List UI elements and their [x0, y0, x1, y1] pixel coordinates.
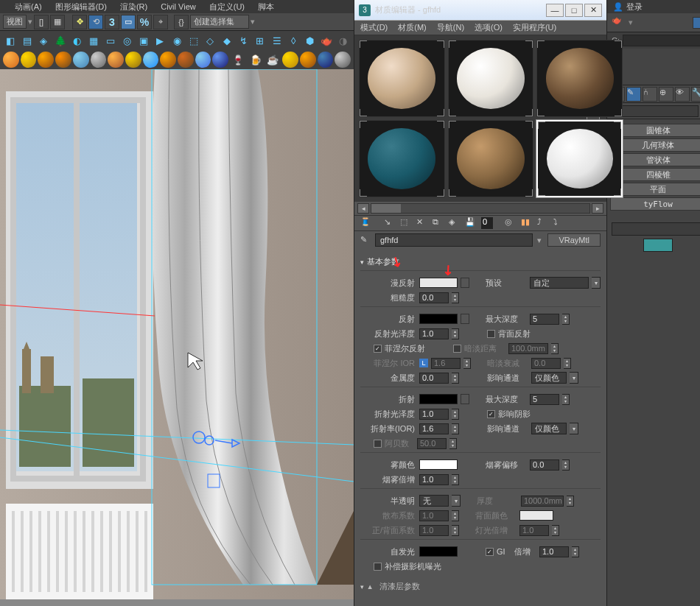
shelf-icon[interactable]: ▦ — [86, 32, 102, 49]
motion-tab-icon[interactable]: ⊕ — [659, 87, 673, 102]
spinner-arrows[interactable]: ▴▾ — [452, 328, 459, 339]
section-coat[interactable]: ▸ 清漆层参数 — [360, 581, 601, 592]
shelf-icon[interactable]: ↯ — [236, 32, 251, 49]
panel-toggle-icon[interactable] — [693, 17, 700, 29]
dropdown-arrow-icon[interactable]: ▾ — [570, 423, 578, 434]
shelf-icon[interactable]: ⊞ — [253, 32, 268, 49]
shelf-icon[interactable]: ▤ — [20, 32, 35, 49]
self-illum-mult-spinner[interactable]: 1.0 — [539, 546, 569, 557]
spinner-arrows[interactable]: ▴▾ — [452, 292, 459, 303]
shelf-icon[interactable]: ◊ — [286, 32, 301, 49]
orb-icon[interactable] — [21, 52, 37, 68]
orb-icon[interactable] — [143, 52, 159, 68]
spinner-arrows[interactable]: ▴▾ — [562, 314, 570, 325]
dropdown-arrow-icon[interactable]: ▾ — [570, 372, 578, 384]
material-slot-3[interactable] — [536, 40, 623, 117]
preset-dropdown[interactable]: 自定 — [530, 277, 589, 289]
modify-tab-icon[interactable]: ✎ — [626, 87, 641, 102]
material-slot-4[interactable] — [359, 120, 445, 197]
hierarchy-tab-icon[interactable]: ⑃ — [643, 87, 657, 102]
fog-color-swatch[interactable] — [419, 459, 458, 470]
section-basic-params[interactable]: 基本参数 — [360, 256, 601, 267]
translucency-dropdown[interactable]: 无 — [419, 495, 449, 507]
slot-scrollbar[interactable]: ◂ ▸ — [354, 202, 606, 215]
material-slot-2[interactable] — [448, 40, 534, 117]
coffee-icon[interactable]: ☕ — [265, 52, 281, 68]
scroll-left-icon[interactable]: ◂ — [357, 203, 369, 214]
scroll-track[interactable] — [371, 203, 590, 214]
orb-icon[interactable] — [38, 52, 54, 68]
shelf-icon[interactable]: ☰ — [269, 32, 284, 49]
object-type-button[interactable]: tyFlow — [610, 197, 700, 211]
mat-id-icon[interactable]: 0 — [481, 217, 493, 229]
shelf-teapot-icon[interactable]: 🫖 — [319, 32, 335, 49]
object-type-button[interactable]: 管状体 — [610, 153, 700, 166]
orb-icon[interactable] — [318, 52, 334, 68]
orb-icon[interactable] — [282, 52, 298, 68]
maximize-button[interactable]: □ — [565, 4, 583, 17]
refr-maxdepth-spinner[interactable]: 5 — [530, 394, 559, 405]
menu-civil-view[interactable]: Civil View — [161, 2, 195, 11]
category-dropdown[interactable] — [612, 105, 699, 117]
spinner-arrows[interactable]: ▴▾ — [562, 394, 570, 405]
menu-customize[interactable]: 自定义(U) — [209, 1, 245, 13]
orb-icon[interactable] — [3, 52, 19, 68]
put-to-lib-icon[interactable]: 💾 — [465, 217, 477, 229]
material-name-input[interactable]: gfhfd — [375, 233, 533, 247]
go-forward-icon[interactable]: ⤵ — [553, 217, 565, 229]
menu-mode[interactable]: 模式(D) — [360, 22, 388, 33]
self-illum-swatch[interactable] — [419, 546, 458, 557]
menu-script[interactable]: 脚本 — [258, 1, 274, 13]
name-field[interactable] — [612, 222, 700, 236]
scroll-right-icon[interactable]: ▸ — [592, 203, 603, 214]
lock-ior-icon[interactable]: L — [419, 359, 428, 367]
wine-icon[interactable]: 🍷 — [230, 52, 246, 68]
reflect-color-swatch[interactable] — [419, 314, 458, 324]
eyedropper-icon[interactable]: ✎ — [360, 235, 371, 245]
dropdown-arrow-icon[interactable]: ▾ — [452, 495, 461, 507]
metalness-spinner[interactable]: 0.0 — [419, 373, 449, 384]
view-label[interactable]: 视图 — [3, 15, 27, 29]
menu-render[interactable]: 渲染(R) — [120, 1, 147, 13]
material-editor-titlebar[interactable]: 3 材质编辑器 - gfhfd — □ ✕ — [354, 0, 606, 21]
show-map-icon[interactable]: ◎ — [505, 217, 517, 229]
refract-color-swatch[interactable] — [419, 394, 458, 404]
refract-glossy-spinner[interactable]: 1.0 — [419, 409, 449, 420]
right-path-input[interactable] — [623, 35, 700, 46]
shelf-tree-icon[interactable]: 🌲 — [53, 32, 69, 49]
orb-icon[interactable] — [125, 52, 141, 68]
affect-shadows-checkbox[interactable]: ✓ — [487, 410, 495, 418]
orb-icon[interactable] — [91, 52, 107, 68]
orb-icon[interactable] — [73, 52, 89, 68]
shelf-icon[interactable]: ◧ — [3, 32, 18, 49]
show-end-result-icon[interactable]: ▮▮ — [521, 217, 533, 229]
select-tool-icon[interactable]: ▭ — [121, 15, 136, 29]
roughness-spinner[interactable]: 0.0 — [419, 292, 449, 303]
fresnel-checkbox[interactable]: ✓ — [374, 345, 382, 353]
compensate-checkbox[interactable] — [374, 563, 382, 571]
object-color-swatch[interactable] — [643, 239, 673, 252]
scale-tool-icon[interactable]: 3 — [105, 15, 119, 29]
minimize-button[interactable]: — — [546, 4, 564, 17]
spinner-arrows[interactable]: ▴▾ — [452, 409, 459, 420]
orb-icon[interactable] — [108, 52, 124, 68]
login-label[interactable]: 登录 — [626, 1, 643, 13]
rotate-tool-icon[interactable]: ⟲ — [88, 15, 103, 29]
ior-spinner[interactable]: 1.6 — [419, 423, 449, 434]
shelf-icon[interactable]: ◑ — [336, 32, 351, 49]
beer-icon[interactable]: 🍺 — [248, 52, 264, 68]
move-tool-icon[interactable]: ✥ — [72, 15, 87, 29]
close-button[interactable]: ✕ — [584, 4, 602, 17]
utilities-tab-icon[interactable]: 🔧 — [691, 87, 700, 102]
material-slot-6-selected[interactable] — [536, 120, 623, 197]
refract-map-slot[interactable] — [461, 394, 469, 404]
dim-distance-checkbox[interactable] — [453, 345, 461, 353]
shelf-icon[interactable]: ▣ — [136, 32, 152, 49]
shelf-icon[interactable]: ◐ — [69, 32, 85, 49]
name-dropdown-icon[interactable]: ▾ — [537, 236, 543, 245]
menu-navigation[interactable]: 导航(N) — [437, 22, 464, 33]
spinner-arrows[interactable]: ▴▾ — [562, 459, 570, 471]
material-slot-5[interactable] — [448, 120, 534, 197]
orb-icon[interactable] — [55, 52, 71, 68]
menu-graphics-editor[interactable]: 图形编辑器(D) — [55, 1, 107, 13]
